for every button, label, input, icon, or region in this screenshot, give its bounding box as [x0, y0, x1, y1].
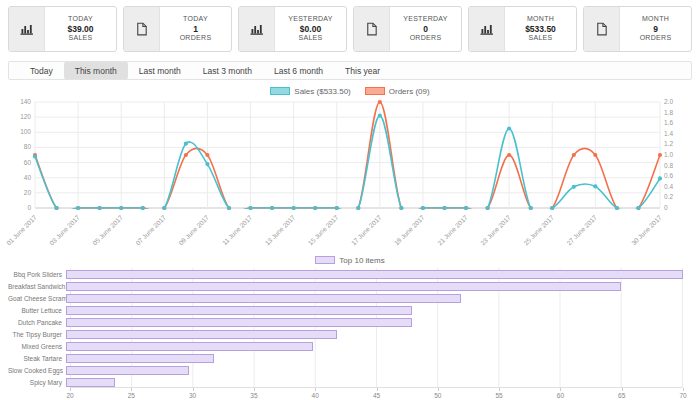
svg-text:23 June 2017: 23 June 2017	[479, 213, 512, 246]
bar-label: Dutch Pancake	[8, 319, 66, 326]
bar-track	[66, 294, 683, 303]
stat-card-yesterday-sales: YESTERDAY $0.00 SALES	[238, 6, 347, 52]
data-point	[335, 206, 339, 210]
bar-label: Bbq Pork Sliders	[8, 271, 66, 278]
line-chart-svg: 02040608010012014000.20.40.60.81.01.21.4…	[0, 97, 700, 249]
card-period: TODAY	[183, 15, 208, 24]
legend-item-top-10-items[interactable]: Top 10 items	[315, 256, 384, 265]
svg-text:80: 80	[24, 143, 32, 150]
line-chart-plot: 02040608010012014000.20.40.60.81.01.21.4…	[0, 97, 700, 253]
stat-cards-row: TODAY $39.00 SALES TODAY 1 ORDERS YESTER…	[0, 0, 700, 56]
tab-last-3-month[interactable]: Last 3 month	[192, 62, 263, 79]
data-point	[119, 206, 123, 210]
svg-text:2.0: 2.0	[664, 98, 673, 105]
document-icon	[124, 7, 160, 51]
tab-last-month[interactable]: Last month	[128, 62, 192, 79]
card-value: $39.00	[68, 24, 94, 35]
axis-tick-label: 35	[250, 392, 257, 399]
card-metric: SALES	[298, 34, 322, 43]
data-point	[593, 153, 597, 157]
data-point	[98, 206, 102, 210]
axis-tick-label: 45	[373, 392, 380, 399]
legend-item-orders[interactable]: Orders (09)	[365, 87, 430, 96]
card-metric: ORDERS	[410, 34, 442, 43]
bar-chart-icon	[239, 7, 275, 51]
legend-item-sales[interactable]: Sales ($533.50)	[270, 87, 350, 96]
tab-today[interactable]: Today	[19, 62, 64, 79]
bar-row: Spicy Mary	[8, 376, 683, 388]
svg-text:11 June 2017: 11 June 2017	[221, 213, 254, 246]
data-point	[205, 162, 209, 166]
card-value: $0.00	[300, 24, 321, 35]
stat-card-month-sales: MONTH $533.50 SALES	[468, 6, 577, 52]
bar-row: Bbq Pork Sliders	[8, 268, 683, 280]
bar	[66, 342, 313, 351]
svg-text:09 June 2017: 09 June 2017	[177, 213, 210, 246]
legend-swatch	[315, 256, 335, 264]
bar-row: Steak Tartare	[8, 352, 683, 364]
card-metric: SALES	[68, 34, 92, 43]
data-point	[658, 176, 662, 180]
tab-last-6-month[interactable]: Last 6 month	[263, 62, 334, 79]
data-point	[54, 206, 58, 210]
svg-text:17 June 2017: 17 June 2017	[350, 213, 383, 246]
tab-this-month[interactable]: This month	[64, 62, 128, 79]
data-point	[378, 114, 382, 118]
bar	[66, 306, 412, 315]
bar-label: The Tipsy Burger	[8, 331, 66, 338]
bar-track	[66, 342, 683, 351]
bar-track	[66, 366, 683, 375]
bar-x-axis: 2025303540455055606570	[70, 388, 683, 400]
svg-text:1.6: 1.6	[664, 119, 673, 126]
svg-text:60: 60	[24, 159, 32, 166]
axis-tick-label: 65	[618, 392, 625, 399]
data-point	[572, 185, 576, 189]
data-point	[33, 154, 37, 158]
legend-swatch	[270, 87, 290, 95]
data-point	[313, 206, 317, 210]
bar-label: Slow Cooked Eggs	[8, 367, 66, 374]
card-period: YESTERDAY	[403, 15, 448, 24]
data-point	[356, 206, 360, 210]
svg-text:0: 0	[27, 204, 31, 211]
bar-row: Breakfast Sandwich	[8, 280, 683, 292]
bar-label: Mixed Greens	[8, 343, 66, 350]
tab-this-year[interactable]: This year	[334, 62, 391, 79]
data-point	[399, 206, 403, 210]
data-point	[572, 153, 576, 157]
data-point	[593, 184, 597, 188]
bar-track	[66, 330, 683, 339]
data-point	[464, 206, 468, 210]
axis-tick-label: 40	[312, 392, 319, 399]
bar	[66, 318, 412, 327]
top-10-items-bar-chart: Bbq Pork SlidersBreakfast SandwichGoat C…	[8, 268, 683, 400]
svg-text:40: 40	[24, 174, 32, 181]
svg-text:1.4: 1.4	[664, 130, 673, 137]
svg-text:1.2: 1.2	[664, 140, 673, 147]
data-point	[378, 100, 382, 104]
x-axis-labels: 01 June 201703 June 201705 June 201707 J…	[5, 213, 663, 246]
axis-tick-label: 55	[495, 392, 502, 399]
card-period: TODAY	[68, 15, 93, 24]
data-point	[485, 206, 489, 210]
svg-text:19 June 2017: 19 June 2017	[393, 213, 426, 246]
bar-track	[66, 306, 683, 315]
data-point	[141, 206, 145, 210]
svg-text:03 June 2017: 03 June 2017	[48, 213, 81, 246]
svg-text:25 June 2017: 25 June 2017	[522, 213, 555, 246]
axis-tick-label: 25	[128, 392, 135, 399]
bar-row: Slow Cooked Eggs	[8, 364, 683, 376]
axis-tick-label: 60	[557, 392, 564, 399]
stat-card-today-orders: TODAY 1 ORDERS	[123, 6, 232, 52]
card-metric: ORDERS	[180, 34, 212, 43]
bar-label: Steak Tartare	[8, 355, 66, 362]
card-metric: SALES	[528, 34, 552, 43]
bar-chart-icon	[469, 7, 505, 51]
data-point	[184, 153, 188, 157]
bar	[66, 354, 214, 363]
svg-text:15 June 2017: 15 June 2017	[307, 213, 340, 246]
bar-label: Butter Lettuce	[8, 307, 66, 314]
bar-track	[66, 378, 683, 387]
bar	[66, 330, 337, 339]
svg-text:13 June 2017: 13 June 2017	[264, 213, 297, 246]
